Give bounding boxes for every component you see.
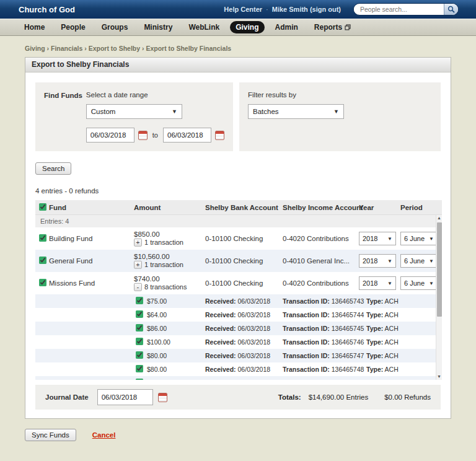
income-account: 0-4020 Contributions <box>283 235 349 242</box>
funds-table: Fund Amount Shelby Bank Account Shelby I… <box>35 200 442 380</box>
link-separator: · <box>266 6 268 13</box>
year-value: 2018 <box>363 257 377 265</box>
totals-summary: Totals: $14,690.00 Entries $0.00 Refunds <box>278 393 431 401</box>
txn-checkbox-wrap <box>136 324 143 333</box>
search-button[interactable]: Search <box>35 162 71 175</box>
nav-item-weblink[interactable]: WebLink <box>183 21 225 33</box>
help-center-link[interactable]: Help Center <box>224 6 262 13</box>
scroll-up-icon[interactable]: ▲ <box>436 215 442 221</box>
txn-type: Type: ACH <box>366 366 399 373</box>
page-actions: Sync Funds Cancel <box>25 429 451 441</box>
period-select[interactable]: 6 June▼ <box>400 254 438 268</box>
nav-item-ministry[interactable]: Ministry <box>138 21 178 33</box>
bank-account: 0-10100 Checking <box>205 235 263 242</box>
txn-amount: $75.00 <box>147 297 167 305</box>
txn-id-label: Transaction ID: <box>283 379 330 380</box>
txn-checkbox-wrap <box>136 365 143 374</box>
date-to-input[interactable] <box>163 128 211 143</box>
type-label: Type: <box>366 297 383 305</box>
fund-amount: $850.00 <box>134 230 183 239</box>
sync-funds-button[interactable]: Sync Funds <box>25 429 76 441</box>
transaction-checkbox[interactable] <box>136 310 143 318</box>
bank-account: 0-10100 Checking <box>205 257 263 265</box>
transaction-row: $86.00 Received: 06/03/2018 Transaction … <box>35 322 442 335</box>
fund-amount-cell: $850.00 +1 transaction <box>134 230 183 247</box>
txn-id: Transaction ID: 136465745 <box>283 325 364 332</box>
year-value: 2018 <box>363 279 377 287</box>
vertical-scrollbar[interactable]: ▲ ▼ <box>436 215 442 380</box>
date-range-value: Custom <box>91 108 116 115</box>
fund-amount-cell: $10,560.00 +1 transaction <box>134 253 183 269</box>
nav-item-home[interactable]: Home <box>19 21 50 33</box>
income-account: 0-4020 Contributions <box>283 279 349 287</box>
received-date: 06/03/2018 <box>238 311 271 318</box>
nav-item-reports[interactable]: Reports <box>309 21 356 33</box>
type-label: Type: <box>366 366 383 373</box>
transaction-row: $64.00 Received: 06/03/2018 Transaction … <box>35 308 442 322</box>
fund-row-checkbox[interactable] <box>39 257 46 264</box>
txn-amount: $86.00 <box>147 325 167 332</box>
col-header-amount: Amount <box>134 204 161 211</box>
collapse-toggle-icon[interactable]: - <box>134 283 142 291</box>
received-date: 06/03/2018 <box>238 325 271 332</box>
period-select[interactable]: 6 June▼ <box>400 276 438 290</box>
transaction-count: 8 transactions <box>144 283 187 291</box>
calendar-icon[interactable] <box>138 131 148 140</box>
transaction-checkbox[interactable] <box>136 324 143 331</box>
transaction-checkbox[interactable] <box>136 297 143 304</box>
scroll-down-icon[interactable]: ▼ <box>436 374 442 380</box>
scrollbar-thumb[interactable] <box>437 222 442 317</box>
fund-row-checkbox[interactable] <box>39 234 46 242</box>
user-signout-link[interactable]: Mike Smith (sign out) <box>272 6 341 13</box>
people-search-input[interactable] <box>354 6 444 13</box>
chevron-down-icon: ▼ <box>385 258 392 264</box>
txn-id-value: 136465745 <box>332 325 364 332</box>
txn-id: Transaction ID: 136465747 <box>283 352 364 359</box>
cancel-link[interactable]: Cancel <box>92 431 116 439</box>
transaction-checkbox[interactable] <box>136 338 143 345</box>
date-from-input[interactable] <box>86 128 134 143</box>
fund-amount-cell: $740.00 -8 transactions <box>134 275 187 291</box>
find-funds-label: Find Funds <box>44 91 86 143</box>
transaction-row: $100.00 Received: 06/03/2018 Transaction… <box>35 335 442 349</box>
find-funds-section: Find Funds Select a date range Custom ▼ … <box>35 82 441 151</box>
col-header-bank: Shelby Bank Account <box>205 204 278 211</box>
top-header-bar: Church of God Help Center · Mike Smith (… <box>0 0 476 19</box>
year-select[interactable]: 2018▼ <box>359 254 396 268</box>
external-window-icon <box>345 24 351 30</box>
transaction-checkbox[interactable] <box>136 351 143 359</box>
results-summary: 4 entries - 0 refunds <box>35 187 441 195</box>
select-all-checkbox[interactable] <box>39 203 46 211</box>
chevron-down-icon: ▼ <box>385 236 392 242</box>
expand-toggle-icon[interactable]: + <box>134 239 142 247</box>
main-nav: Home People Groups Ministry WebLink Givi… <box>0 19 476 36</box>
nav-item-people[interactable]: People <box>55 21 90 33</box>
period-select[interactable]: 6 June▼ <box>400 232 438 245</box>
nav-item-groups[interactable]: Groups <box>96 21 134 33</box>
txn-id-label: Transaction ID: <box>283 352 330 359</box>
nav-item-giving[interactable]: Giving <box>230 21 264 33</box>
txn-id-value: 136465746 <box>332 338 364 346</box>
txn-received: Received: 06/03/2018 <box>205 311 270 318</box>
row-checkbox-wrap <box>39 279 46 288</box>
calendar-icon[interactable] <box>215 131 224 140</box>
year-select[interactable]: 2018▼ <box>359 276 396 290</box>
journal-date-input[interactable] <box>97 389 153 405</box>
year-select[interactable]: 2018▼ <box>359 232 396 245</box>
transaction-row: $80.00 Received: 06/03/2018 Transaction … <box>35 362 442 376</box>
search-submit-button[interactable] <box>444 3 458 15</box>
nav-item-admin[interactable]: Admin <box>270 21 304 33</box>
date-range-select[interactable]: Custom ▼ <box>86 104 182 119</box>
txn-id-value: 136465743 <box>332 297 364 305</box>
filter-select[interactable]: Batches ▼ <box>248 104 344 119</box>
received-date: 06/03/2018 <box>238 366 271 373</box>
period-value: 6 June <box>404 279 425 287</box>
select-all-checkbox-wrap <box>39 203 46 212</box>
txn-id: Transaction ID: 136465744 <box>283 311 364 318</box>
fund-row-checkbox[interactable] <box>39 279 46 286</box>
transaction-checkbox[interactable] <box>136 379 143 380</box>
calendar-icon[interactable] <box>158 393 167 402</box>
panel-title: Export to Shelby Financials <box>25 58 451 72</box>
transaction-checkbox[interactable] <box>136 365 143 372</box>
expand-toggle-icon[interactable]: + <box>134 261 142 269</box>
